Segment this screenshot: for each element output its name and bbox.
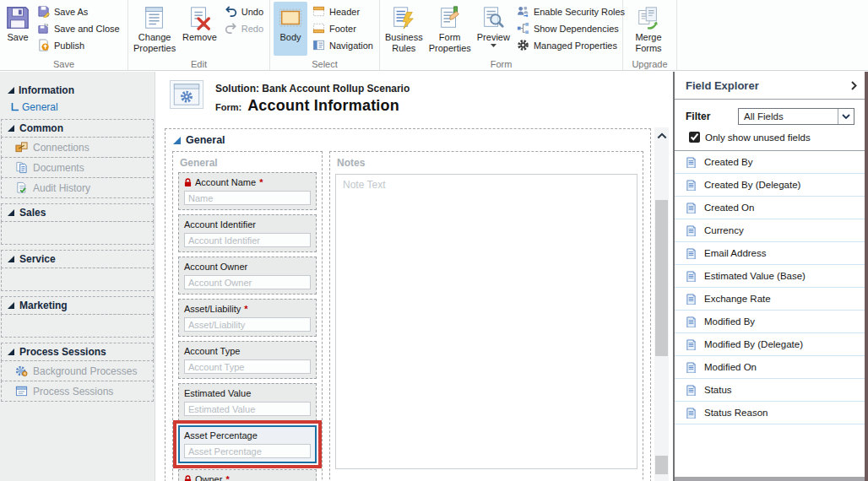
navigation-label: Navigation — [329, 41, 373, 51]
field-owner[interactable]: Owner * Owner — [178, 469, 317, 481]
general-section-title: General — [186, 134, 225, 146]
service-title: Service — [19, 253, 56, 265]
field-item-email-address[interactable]: Email Address — [675, 242, 868, 265]
scrollbar-thumb[interactable] — [655, 200, 668, 356]
change-properties-button[interactable]: Change Properties — [132, 2, 177, 53]
marketing-section-header[interactable]: Marketing — [1, 296, 154, 315]
documents-icon — [15, 161, 28, 174]
background-processes-icon — [15, 365, 28, 377]
redo-button[interactable]: Redo — [222, 21, 266, 35]
form-label: Form: — [215, 102, 241, 112]
dropdown-arrow-button[interactable] — [838, 109, 854, 124]
field-item-modified-by[interactable]: Modified By — [675, 311, 868, 333]
marketing-empty-area — [1, 314, 154, 338]
preview-dropdown-caret[interactable] — [491, 44, 496, 47]
sidebar-item-audit-history[interactable]: Audit History — [1, 177, 154, 198]
only-unused-fields-checkbox[interactable] — [689, 132, 700, 143]
field-icon — [686, 385, 697, 396]
chevron-right-icon — [851, 81, 857, 90]
required-marker: * — [225, 474, 229, 481]
field-item-estimated-value-base[interactable]: Estimated Value (Base) — [675, 265, 868, 288]
header-icon — [312, 5, 325, 18]
footer-label: Footer — [329, 24, 356, 34]
field-explorer-list: Created By Created By (Delegate) Created… — [675, 151, 868, 424]
remove-label: Remove — [182, 32, 217, 43]
preview-button[interactable]: Preview — [475, 2, 512, 47]
collapse-triangle-icon — [173, 137, 181, 144]
filter-dropdown[interactable]: All Fields — [738, 108, 854, 125]
field-input-preview: Estimated Value — [184, 402, 311, 416]
save-and-close-button[interactable]: Save and Close — [35, 21, 122, 35]
field-item-created-by[interactable]: Created By — [675, 151, 868, 174]
field-estimated-value[interactable]: Estimated Value Estimated Value — [178, 383, 317, 421]
common-section-header[interactable]: Common — [1, 119, 154, 138]
managed-properties-icon — [517, 39, 529, 51]
field-asset-liability[interactable]: Asset/Liability * Asset/Liability — [178, 299, 317, 337]
note-text-area[interactable]: Note Text — [335, 174, 637, 469]
collapse-triangle-icon — [8, 349, 14, 355]
field-account-identifier[interactable]: Account Identifier Account Identifier — [178, 214, 317, 252]
body-icon — [277, 3, 304, 31]
field-account-type[interactable]: Account Type Account Type — [178, 341, 317, 379]
field-item-status-reason[interactable]: Status Reason — [675, 402, 868, 424]
undo-button[interactable]: Undo — [222, 4, 266, 19]
required-marker: * — [244, 304, 247, 314]
business-rules-button[interactable]: Business Rules — [383, 2, 425, 53]
field-item-currency[interactable]: Currency — [675, 219, 868, 242]
collapse-triangle-icon — [8, 125, 14, 132]
marketing-title: Marketing — [19, 300, 68, 311]
field-item-label: Modified On — [704, 362, 757, 372]
body-button[interactable]: Body — [274, 2, 307, 56]
save-as-button[interactable]: Save As — [35, 4, 122, 19]
sales-section-header[interactable]: Sales — [1, 203, 154, 222]
sidebar-item-connections[interactable]: Connections — [1, 137, 154, 158]
footer-button[interactable]: Footer — [310, 21, 376, 35]
field-account-owner[interactable]: Account Owner Account Owner — [178, 257, 317, 295]
sidebar-item-documents[interactable]: Documents — [1, 157, 154, 178]
remove-button[interactable]: Remove — [180, 2, 219, 43]
publish-button[interactable]: Publish — [35, 38, 122, 52]
edit-group-stack: Undo Redo — [222, 2, 266, 35]
field-icon — [686, 339, 697, 350]
sidebar-item-general[interactable]: General — [11, 101, 147, 113]
managed-properties-button[interactable]: Managed Properties — [514, 38, 627, 52]
field-item-exchange-rate[interactable]: Exchange Rate — [675, 288, 868, 311]
form-designer-window: Save Save As Save and Close — [0, 0, 868, 481]
sidebar-item-process-sessions[interactable]: Process Sessions — [1, 381, 154, 402]
sales-title: Sales — [19, 207, 46, 219]
navigation-button[interactable]: Navigation — [310, 38, 376, 52]
process-sessions-section-header[interactable]: Process Sessions — [1, 343, 154, 361]
lock-icon — [184, 178, 192, 187]
field-icon — [686, 271, 697, 282]
field-item-created-on[interactable]: Created On — [675, 197, 868, 219]
save-button[interactable]: Save — [3, 2, 32, 43]
merge-forms-button[interactable]: Merge Forms — [627, 2, 670, 53]
field-item-label: Modified By — [704, 316, 755, 327]
sidebar-item-background-processes[interactable]: Background Processes — [1, 360, 154, 381]
field-item-modified-by-delegate[interactable]: Modified By (Delegate) — [675, 333, 868, 356]
field-item-status[interactable]: Status — [675, 379, 868, 402]
save-and-close-icon — [37, 22, 50, 35]
field-account-name[interactable]: Account Name * Name — [178, 172, 317, 210]
remove-icon — [187, 3, 212, 31]
field-item-label: Status — [704, 385, 732, 395]
form-properties-icon — [437, 3, 463, 31]
service-section-header[interactable]: Service — [1, 250, 154, 268]
required-marker: * — [259, 177, 263, 187]
information-section-header[interactable]: Information — [8, 84, 147, 96]
field-item-modified-on[interactable]: Modified On — [675, 356, 868, 379]
main-scrollbar[interactable] — [654, 127, 669, 481]
form-properties-button[interactable]: Form Properties — [427, 2, 473, 53]
scroll-up-button[interactable] — [654, 127, 669, 144]
general-section-header[interactable]: General — [165, 129, 650, 149]
enable-security-roles-button[interactable]: Enable Security Roles — [514, 4, 627, 19]
field-item-created-by-delegate[interactable]: Created By (Delegate) — [675, 174, 868, 197]
chevron-down-icon — [842, 114, 850, 119]
collapse-panel-button[interactable] — [851, 81, 857, 90]
field-input-preview: Account Identifier — [184, 233, 311, 247]
scrollbar-thumb-lower[interactable] — [655, 456, 668, 474]
save-button-label: Save — [7, 32, 28, 43]
field-asset-percentage-selected-highlighted[interactable]: Asset Percentage Asset Percentage — [178, 425, 317, 463]
show-dependencies-button[interactable]: Show Dependencies — [514, 21, 627, 35]
header-button[interactable]: Header — [310, 4, 376, 19]
